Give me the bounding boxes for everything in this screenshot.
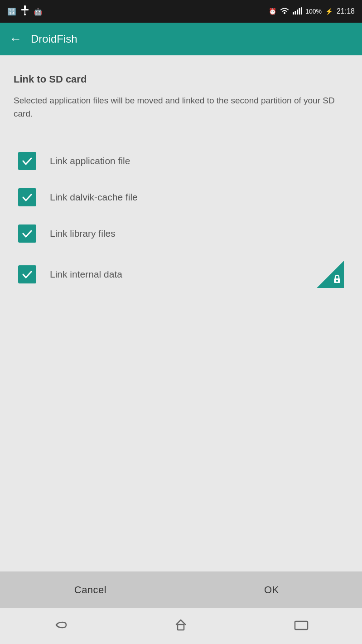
debug-icon: 🤖 [34,7,43,16]
back-button[interactable]: ← [9,32,22,46]
checkbox-label-link-library-files: Link library files [50,228,344,239]
svg-rect-8 [299,8,300,15]
checkbox-link-app-file[interactable] [18,152,36,170]
svg-point-3 [24,14,26,15]
svg-point-4 [284,12,285,14]
checkbox-item-link-library-files[interactable]: Link library files [14,215,348,252]
app-title: DroidFish [31,33,77,45]
usb-icon [21,5,29,17]
section-description: Selected application files will be moved… [14,94,348,120]
checkbox-label-link-dalvik-cache: Link dalvik-cache file [50,192,344,203]
section-title: Link to SD card [14,73,348,85]
lock-icon [332,274,342,286]
hundred-icon: 🔢 [7,7,16,16]
status-time: 21:18 [337,7,355,15]
checkbox-item-link-internal-data[interactable]: Link internal data [14,252,348,297]
app-bar: ← DroidFish [0,23,362,55]
nav-bar [0,608,362,644]
svg-rect-13 [295,621,308,629]
lock-badge [317,261,344,288]
ok-button[interactable]: OK [181,572,362,608]
svg-rect-1 [21,9,29,10]
svg-rect-6 [295,11,296,15]
nav-home-button[interactable] [174,618,187,634]
svg-rect-0 [24,5,26,9]
checkbox-link-dalvik-cache[interactable] [18,188,36,206]
checkbox-link-internal-data[interactable] [18,265,36,283]
cancel-button[interactable]: Cancel [0,572,181,608]
wifi-icon [280,7,289,16]
checkbox-item-link-dalvik-cache[interactable]: Link dalvik-cache file [14,179,348,215]
battery-icon: ⚡ [325,8,333,15]
checkbox-label-link-app-file: Link application file [50,156,344,166]
svg-rect-12 [178,624,184,630]
main-content: Link to SD card Selected application fil… [0,55,362,571]
svg-rect-5 [293,12,294,15]
checkbox-link-library-files[interactable] [18,224,36,243]
checkbox-list: Link application file Link dalvik-cache … [14,143,348,297]
signal-icon [293,7,302,16]
svg-rect-9 [301,7,302,15]
battery-percentage: 100% [305,8,322,15]
nav-recents-button[interactable] [294,619,309,634]
checkbox-label-link-internal-data: Link internal data [50,269,303,280]
nav-back-button[interactable] [53,619,68,634]
checkbox-item-link-app-file[interactable]: Link application file [14,143,348,179]
clock-icon: ⏰ [269,8,276,15]
svg-rect-7 [297,10,298,15]
svg-rect-11 [336,280,338,282]
status-right-icons: ⏰ 100% ⚡ 21:18 [269,7,355,16]
button-row: Cancel OK [0,571,362,608]
status-bar: 🔢 🤖 ⏰ [0,0,362,23]
status-left-icons: 🔢 🤖 [7,5,43,17]
